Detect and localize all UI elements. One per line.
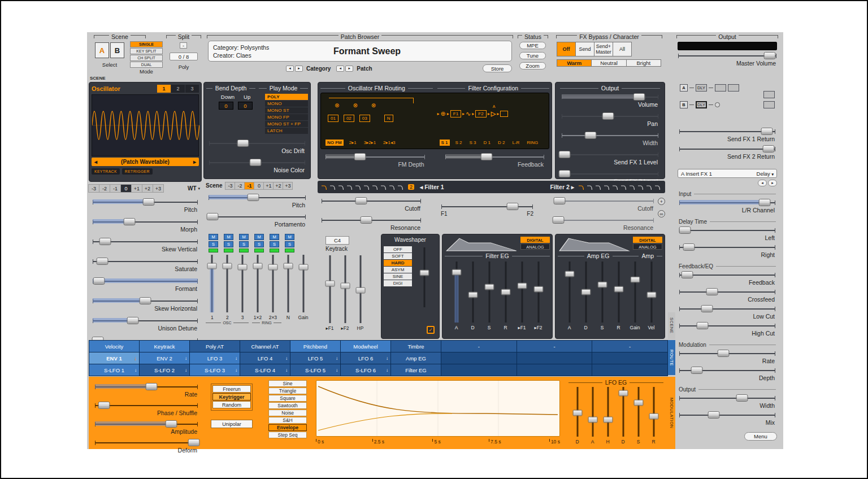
slider[interactable]: Formant: [91, 278, 199, 295]
fx-type-dropdown[interactable]: Delay ▾: [757, 171, 774, 177]
slider[interactable]: A: [448, 260, 465, 330]
slider-handle[interactable]: [602, 112, 614, 120]
filter-type-icon[interactable]: [595, 184, 602, 190]
fx-bypass-button[interactable]: All: [613, 42, 632, 56]
slider-handle[interactable]: [501, 289, 510, 295]
octave-cell[interactable]: 0: [120, 184, 132, 193]
slider[interactable]: ▸F2: [530, 260, 546, 330]
slider-handle[interactable]: [484, 284, 494, 290]
slider-handle[interactable]: [553, 216, 565, 224]
lfo-shape-option[interactable]: Noise: [268, 410, 307, 416]
slider-handle[interactable]: [325, 281, 335, 287]
slider-handle[interactable]: [718, 350, 730, 357]
slider[interactable]: FM Depth: [324, 151, 427, 168]
mod-source-cell[interactable]: S-LFO 4↓: [240, 364, 290, 376]
octave-cell[interactable]: -2: [99, 184, 110, 193]
mod-source-cell[interactable]: [517, 364, 592, 376]
mute-button[interactable]: M: [254, 234, 264, 240]
fx-slot-empty[interactable]: [763, 91, 775, 98]
status-button[interactable]: MPE: [519, 42, 546, 49]
slider-handle[interactable]: [633, 93, 645, 101]
filter-config-option[interactable]: S 1: [440, 140, 450, 146]
mod-source-cell[interactable]: Keytrack: [140, 341, 189, 352]
mod-source-cell[interactable]: S-LFO 5↓: [290, 364, 340, 376]
slider-handle[interactable]: [340, 283, 350, 289]
slider[interactable]: Morph: [91, 219, 199, 236]
slider[interactable]: Rate: [93, 384, 199, 400]
solo-button[interactable]: S: [224, 241, 233, 247]
fx-bypass-button[interactable]: Off: [557, 42, 576, 56]
category-next-button[interactable]: ▸: [295, 66, 303, 72]
slider-handle[interactable]: [691, 367, 702, 374]
slider-handle[interactable]: [354, 153, 366, 160]
octave-cell[interactable]: -3: [225, 182, 235, 190]
slider-handle[interactable]: [679, 227, 691, 234]
filter-type-icon[interactable]: [604, 184, 611, 190]
slider[interactable]: Saturate: [91, 258, 199, 276]
slider-handle[interactable]: [736, 394, 748, 402]
slider[interactable]: Low Cut: [678, 306, 777, 320]
filter1-node-box[interactable]: F1: [450, 110, 461, 117]
slider[interactable]: HP: [353, 254, 368, 331]
scene-mode-button[interactable]: CH SPLIT: [130, 55, 163, 61]
slider[interactable]: [440, 203, 535, 220]
filter-type-icon[interactable]: [380, 184, 388, 190]
filter-type-icon[interactable]: [363, 184, 371, 190]
scene-mode-button[interactable]: DUAL: [130, 62, 163, 68]
slider-handle[interactable]: [283, 263, 293, 269]
slider-handle[interactable]: [98, 402, 110, 409]
filter-type-icon[interactable]: [578, 184, 585, 190]
slider-handle[interactable]: [361, 216, 372, 224]
slider[interactable]: Feedback: [444, 151, 546, 168]
slider-handle[interactable]: [681, 271, 693, 278]
slider[interactable]: Noise Color: [207, 159, 307, 176]
slider-handle[interactable]: [701, 305, 713, 312]
fx-slot-empty[interactable]: [763, 101, 775, 108]
filter-type-icon[interactable]: [646, 184, 653, 190]
slider[interactable]: Width: [560, 132, 660, 149]
waveshaper-enable-checkbox[interactable]: ✓: [427, 326, 435, 334]
slider-handle[interactable]: [581, 289, 591, 295]
slider[interactable]: R: [610, 260, 627, 330]
slider-handle[interactable]: [761, 128, 772, 135]
wavetable-next-icon[interactable]: ▸: [190, 159, 199, 165]
slider[interactable]: Pitch: [91, 199, 199, 216]
mod-source-cell[interactable]: ENV 2↓: [140, 352, 189, 364]
filter-type-icon[interactable]: [329, 184, 337, 190]
wavetable-name[interactable]: (Patch Wavetable): [100, 159, 190, 165]
mod-arrow-icon[interactable]: ↓: [185, 368, 187, 373]
slider[interactable]: L/R Channel: [678, 199, 777, 214]
slider[interactable]: Cutoff: [320, 198, 423, 215]
slider[interactable]: Master Volume: [676, 53, 778, 69]
solo-button[interactable]: S: [285, 241, 294, 247]
osc-node-box[interactable]: 03: [359, 115, 370, 122]
unipolar-button[interactable]: Unipolar: [211, 420, 253, 428]
filter-config-option[interactable]: L-R: [510, 140, 521, 146]
filter-type-icon[interactable]: [654, 184, 662, 190]
slider-handle[interactable]: [759, 199, 771, 206]
filter-subtype-badge[interactable]: 2: [408, 184, 414, 190]
slider[interactable]: Deform: [93, 439, 199, 456]
slider-handle[interactable]: [588, 417, 597, 423]
slider[interactable]: Rate: [678, 350, 777, 365]
mod-source-cell[interactable]: S-LFO 1↓: [89, 364, 139, 376]
waveshaper-mode-option[interactable]: OFF: [384, 246, 412, 252]
waveshaper-mode-option[interactable]: ASYM: [384, 267, 412, 273]
character-button[interactable]: Bright: [626, 59, 661, 67]
poly-count[interactable]: 0 / 8: [170, 53, 198, 60]
slider[interactable]: Phase / Shuffle: [93, 402, 199, 419]
slider[interactable]: Resonance: [555, 217, 656, 234]
patch-prev-button[interactable]: ◂: [336, 66, 344, 72]
slider-handle[interactable]: [614, 286, 623, 292]
wt-selector[interactable]: WT: [188, 185, 197, 191]
tab-modulation[interactable]: MODULATION: [668, 377, 675, 449]
keytrack-toggle[interactable]: KEYTRACK: [92, 168, 120, 175]
lfo-trigger-option[interactable]: Freerun: [212, 385, 251, 393]
category-prev-button[interactable]: ◂: [286, 66, 294, 72]
tab-scene[interactable]: SCENE: [668, 312, 675, 339]
slider-handle[interactable]: [206, 213, 218, 220]
slider[interactable]: S: [481, 260, 497, 330]
slider-handle[interactable]: [763, 145, 775, 153]
slider[interactable]: 1×2: [250, 254, 266, 320]
filter-type-icon[interactable]: [346, 184, 354, 190]
